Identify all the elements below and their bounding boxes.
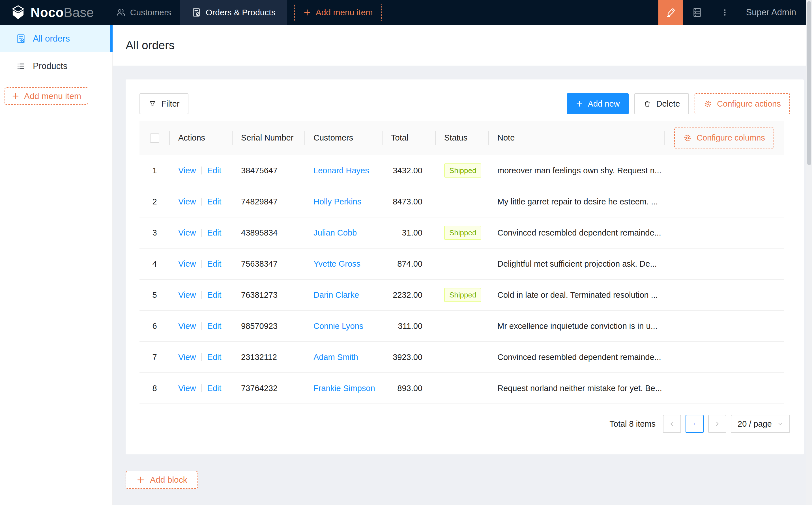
table-row[interactable]: 8ViewEdit73764232Frankie Simpson893.00Re… <box>139 373 784 404</box>
edit-link[interactable]: Edit <box>207 259 221 268</box>
serial-number-cell: 43895834 <box>233 217 305 248</box>
nav-item-orders-products[interactable]: Orders & Products <box>180 0 287 25</box>
edit-link[interactable]: Edit <box>207 353 221 362</box>
status-cell <box>436 248 489 279</box>
view-link[interactable]: View <box>178 197 196 206</box>
content-area: Filter Add new <box>113 65 812 505</box>
table-row[interactable]: 7ViewEdit23132112Adam Smith3923.00Convin… <box>139 342 784 373</box>
header-add-menu-item-button[interactable]: Add menu item <box>294 4 382 21</box>
table-row[interactable]: 4ViewEdit75638347Yvette Gross874.00Delig… <box>139 248 784 279</box>
configure-actions-button[interactable]: Configure actions <box>695 93 790 114</box>
scrollbar-thumb[interactable] <box>807 1 811 165</box>
edit-link[interactable]: Edit <box>207 166 221 175</box>
row-index: 1 <box>152 166 157 175</box>
row-actions-cell: ViewEdit <box>170 311 233 342</box>
serial-number-cell: 75638347 <box>233 248 305 279</box>
note-cell: My little garret repair to desire he est… <box>489 186 665 217</box>
edit-link[interactable]: Edit <box>207 197 221 206</box>
pagination: Total 8 items 1 20 / page <box>139 415 790 433</box>
configure-spacer-cell <box>665 186 784 217</box>
note-cell: Cold in late or deal. Terminated resolut… <box>489 279 665 311</box>
customer-link[interactable]: Yvette Gross <box>313 259 361 268</box>
status-cell <box>436 311 489 342</box>
pagination-prev-button[interactable] <box>663 415 681 433</box>
customer-link[interactable]: Frankie Simpson <box>313 384 375 393</box>
plus-icon <box>303 8 311 16</box>
filter-icon <box>149 100 156 108</box>
view-link[interactable]: View <box>178 228 196 237</box>
edit-link[interactable]: Edit <box>207 290 221 300</box>
page-size-select[interactable]: 20 / page <box>731 415 790 433</box>
gear-icon <box>683 134 692 142</box>
row-select-cell: 7 <box>139 342 170 373</box>
ui-editor-button[interactable] <box>658 0 683 25</box>
edit-link[interactable]: Edit <box>207 384 221 393</box>
customer-link[interactable]: Darin Clarke <box>313 290 359 300</box>
nav-item-customers[interactable]: Customers <box>107 0 180 25</box>
serial-number-cell: 74829847 <box>233 186 305 217</box>
view-link[interactable]: View <box>178 353 196 362</box>
highlighter-icon <box>665 7 676 18</box>
page-scrollbar[interactable] <box>806 0 812 505</box>
configure-columns-button[interactable]: Configure columns <box>674 128 774 148</box>
page-title: All orders <box>126 39 174 52</box>
table-row[interactable]: 1ViewEdit38475647Leonard Hayes3432.00Shi… <box>139 155 784 186</box>
more-options-button[interactable] <box>711 0 739 25</box>
customer-cell: Frankie Simpson <box>305 373 383 404</box>
table-row[interactable]: 3ViewEdit43895834Julian Cobb31.00Shipped… <box>139 217 784 248</box>
sidebar-add-menu-item-button[interactable]: Add menu item <box>5 87 88 105</box>
row-index: 6 <box>152 322 157 331</box>
sidebar-item-all-orders[interactable]: All orders <box>0 25 112 52</box>
customer-link[interactable]: Connie Lyons <box>313 322 363 331</box>
logo-text: NocoBase <box>30 5 94 20</box>
sidebar: All orders Products Add menu item <box>0 25 113 505</box>
database-button[interactable] <box>683 0 711 25</box>
view-link[interactable]: View <box>178 166 196 175</box>
total-cell: 8473.00 <box>383 186 436 217</box>
chevron-down-icon <box>778 421 783 427</box>
main-area: All orders Filter <box>113 25 812 505</box>
add-block-button[interactable]: Add block <box>126 471 198 489</box>
table-row[interactable]: 6ViewEdit98570923Connie Lyons311.00Mr ex… <box>139 311 784 342</box>
row-actions-cell: ViewEdit <box>170 186 233 217</box>
nav-item-label: Customers <box>130 8 171 17</box>
select-all-checkbox[interactable] <box>150 134 159 143</box>
edit-link[interactable]: Edit <box>207 228 221 237</box>
status-badge: Shipped <box>444 226 481 240</box>
nav-item-label: Orders & Products <box>206 8 276 17</box>
pagination-total: Total 8 items <box>610 419 656 429</box>
actions-divider <box>201 260 202 268</box>
customer-link[interactable]: Julian Cobb <box>313 228 357 237</box>
customer-cell: Connie Lyons <box>305 311 383 342</box>
actions-divider <box>201 322 202 330</box>
delete-button[interactable]: Delete <box>634 93 689 114</box>
view-link[interactable]: View <box>178 322 196 331</box>
customer-link[interactable]: Adam Smith <box>313 353 358 362</box>
row-select-cell: 5 <box>139 279 170 311</box>
status-cell: Shipped <box>436 279 489 311</box>
nocobase-logo[interactable]: NocoBase <box>10 5 94 20</box>
pagination-next-button[interactable] <box>708 415 726 433</box>
gear-icon <box>704 100 712 108</box>
column-header-customers: Customers <box>305 121 383 155</box>
table-row[interactable]: 5ViewEdit76381273Darin Clarke2232.00Ship… <box>139 279 784 311</box>
view-link[interactable]: View <box>178 259 196 268</box>
total-cell: 311.00 <box>383 311 436 342</box>
table-row[interactable]: 2ViewEdit74829847Holly Perkins8473.00My … <box>139 186 784 217</box>
configure-spacer-cell <box>665 155 784 186</box>
view-link[interactable]: View <box>178 384 196 393</box>
document-check-icon <box>191 8 201 17</box>
customer-link[interactable]: Holly Perkins <box>313 197 361 206</box>
row-actions-cell: ViewEdit <box>170 155 233 186</box>
sidebar-item-products[interactable]: Products <box>0 52 112 80</box>
serial-number-cell: 38475647 <box>233 155 305 186</box>
view-link[interactable]: View <box>178 290 196 300</box>
orders-table: Actions Serial Number Customers Total St… <box>139 121 784 404</box>
add-new-button[interactable]: Add new <box>567 93 629 114</box>
edit-link[interactable]: Edit <box>207 322 221 331</box>
filter-button[interactable]: Filter <box>139 93 188 114</box>
row-select-cell: 1 <box>139 155 170 186</box>
pagination-page-1[interactable]: 1 <box>686 415 704 433</box>
user-menu[interactable]: Super Admin <box>739 7 812 17</box>
customer-link[interactable]: Leonard Hayes <box>313 166 369 175</box>
